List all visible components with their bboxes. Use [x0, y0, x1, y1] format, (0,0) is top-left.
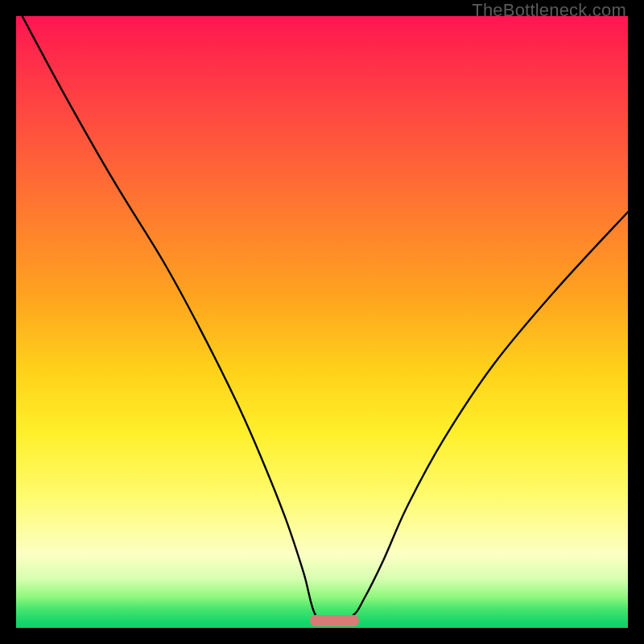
- optimal-marker: [310, 615, 359, 626]
- bottleneck-curve: [16, 16, 628, 628]
- plot-area: [16, 16, 628, 628]
- curve-path: [23, 16, 628, 621]
- chart-frame: TheBottleneck.com: [0, 0, 644, 644]
